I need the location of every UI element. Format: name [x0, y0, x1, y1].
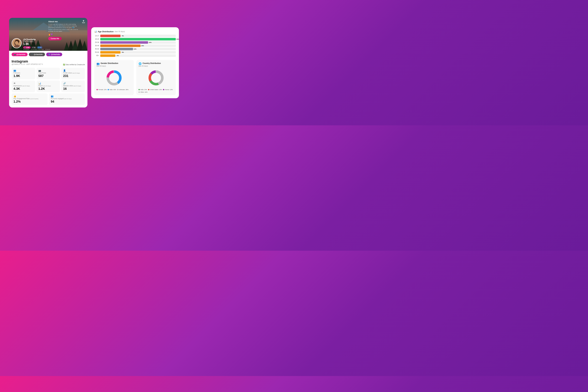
hashtag-fashion: #FASHION — [23, 49, 30, 50]
age-bars-container: 13-178%18-2430%25-3419%35-4416%45-5413%5… — [94, 35, 176, 57]
age-bar-track: 8% — [100, 51, 176, 54]
platform-tabs: 📷 @charlotte 🎵 @charlotte 🐦 @charlotte — [9, 51, 88, 58]
age-title-text: Age Distribution — [98, 30, 114, 33]
tab-twitter[interactable]: 🐦 @charlotte — [46, 53, 62, 56]
right-analytics-card: 📊 Age Distribution (last 30 days) 13-178… — [91, 27, 179, 98]
age-bar-track: 30% — [100, 38, 176, 40]
posts-stat-label: Total Posts — [38, 72, 58, 74]
emoji-row: 🔥💜 — [48, 33, 80, 36]
gender-title: Gender Distribution — [100, 62, 118, 64]
about-title: About me — [48, 20, 80, 23]
gender-distribution-card: 👥 Gender Distribution (last 30 days) — [94, 60, 134, 95]
tab-instagram[interactable]: 📷 @charlotte — [12, 53, 28, 56]
tab-tiktok[interactable]: 🎵 @charlotte — [29, 53, 45, 56]
france-label: France: 13% — [165, 89, 173, 90]
share-icon[interactable] — [82, 20, 85, 24]
posts-icon: 📷 — [38, 69, 58, 72]
hashtags: #FASHION #CONTENT CREATOR #TRAVEL — [23, 49, 50, 50]
country-title: Country Distribution — [142, 62, 161, 64]
age-bar-pct: 8% — [122, 52, 124, 53]
age-bar-row-13-17: 13-178% — [94, 35, 176, 37]
verified-row: @CHARLOTTE 13 · LAST UPDATED OCT 3 ✅ Dat… — [12, 64, 85, 66]
unknown-dot — [117, 89, 118, 90]
badge-twitter: 🐦 2 — [37, 46, 42, 48]
badge-tiktok: ✓ 11 — [31, 46, 37, 48]
impressions-stat-label: Impressions (last 30 days) — [14, 85, 33, 87]
age-bar-label: 45-54 — [94, 48, 99, 50]
views-icon: 👤 — [63, 69, 83, 72]
badge-instagram: 📷 1.9K — [23, 46, 30, 48]
age-bar-pct: 13% — [134, 48, 136, 50]
age-bar-track: 6% — [100, 54, 176, 57]
country-distribution-card: 🌐 Country Distribution (last 30 days) — [136, 60, 176, 95]
female-label: Female: 23% — [98, 89, 107, 90]
age-bar-row-18-24: 18-2430% — [94, 38, 176, 40]
age-period: (last 30 days) — [114, 30, 125, 32]
age-bar-pct: 8% — [122, 35, 124, 37]
platform-title: Instagram — [12, 60, 85, 64]
country-period: (last 30 days) — [138, 65, 174, 67]
stat-accounts-engaged: 👥 Accounts engaged (last 30 days) 94 — [49, 94, 85, 105]
age-bar-track: 8% — [100, 35, 176, 37]
male-label: Male: 40% — [110, 89, 116, 90]
male-dot — [108, 89, 109, 90]
avatar-image — [12, 39, 21, 48]
followers-stat-value: 1.9K — [14, 74, 33, 78]
clicks-stat-label: Website clicks (last 30 days) — [63, 85, 83, 87]
bar-chart-icon: 📊 — [94, 30, 97, 33]
posts-stat-value: 587 — [38, 74, 58, 78]
age-bar-fill: 16% — [100, 44, 140, 47]
age-distribution-section: 📊 Age Distribution (last 30 days) 13-178… — [94, 30, 176, 57]
views-stat-value: 231 — [63, 74, 83, 78]
views-stat-label: Profile views (last 30 days) — [63, 72, 83, 74]
us-label: United States: 19% — [150, 89, 162, 90]
country-donut-container — [138, 68, 174, 87]
age-bar-pct: 19% — [149, 42, 152, 43]
avatar — [12, 38, 22, 48]
stats-grid-top: 👥 Followers 1.9K 📷 Total Posts 587 👤 Pro… — [12, 68, 85, 92]
reach-icon: 📊 — [38, 82, 58, 84]
accounts-stat-label: Accounts engaged (last 30 days) — [51, 98, 83, 100]
other-dot — [138, 92, 140, 93]
stat-profile-views: 👤 Profile views (last 30 days) 231 — [61, 68, 85, 79]
impressions-icon: 👁 — [14, 82, 33, 84]
age-bar-row-35-44: 35-4416% — [94, 44, 176, 47]
age-bar-row-25-34: 25-3419% — [94, 41, 176, 44]
age-bar-fill: 8% — [100, 35, 120, 37]
gender-legend: Female: 23% Male: 40% Unknown: 36% — [96, 89, 132, 90]
age-bar-row-45-54: 45-5413% — [94, 48, 176, 50]
country-donut-svg — [147, 68, 166, 87]
contact-button[interactable]: Contact Me — [48, 37, 62, 40]
followers-label: Total Followers — [23, 41, 42, 42]
age-bar-fill: 8% — [100, 51, 120, 54]
age-bar-row-65+: 65+6% — [94, 54, 176, 57]
engagement-icon: 👍 — [14, 95, 46, 98]
reach-stat-value: 1.2K — [38, 87, 58, 90]
about-section: About me I'm just a girl with a passion … — [48, 20, 80, 40]
stat-posts: 📷 Total Posts 587 — [36, 68, 60, 79]
engagement-stat-value: 1.2% — [14, 100, 46, 104]
us-dot — [148, 89, 149, 90]
age-bar-track: 16% — [100, 44, 176, 47]
username: @Charlotte — [23, 38, 42, 41]
followers-stat-label: Followers — [14, 72, 33, 74]
stat-engagement: 👍 Avg. Engagement Rate (Last 20 posts) 1… — [12, 94, 48, 105]
country-legend: India: 23% United States: 19% France: 13… — [138, 89, 174, 93]
legend-other: Other: 44% — [138, 91, 148, 93]
age-bar-label: 65+ — [94, 55, 99, 56]
legend-unknown: Unknown: 36% — [117, 89, 129, 90]
age-bar-label: 55-64 — [94, 52, 99, 53]
reach-stat-label: Reach (last 30 days) — [38, 85, 58, 87]
france-dot — [163, 89, 164, 90]
unknown-label: Unknown: 36% — [119, 89, 129, 90]
legend-france: France: 13% — [163, 89, 173, 90]
age-bar-row-55-64: 55-648% — [94, 51, 176, 54]
hashtag-creator: #CONTENT CREATOR — [31, 49, 44, 50]
gender-period: (last 30 days) — [96, 65, 132, 67]
age-chart-title: 📊 Age Distribution (last 30 days) — [94, 30, 176, 33]
other-label: Other: 44% — [140, 91, 148, 93]
stat-impressions: 👁 Impressions (last 30 days) 4.3K — [12, 80, 35, 92]
accounts-stat-value: 94 — [51, 100, 83, 104]
hashtag-travel: #TRAVEL — [45, 49, 50, 50]
legend-female: Female: 23% — [96, 89, 107, 90]
